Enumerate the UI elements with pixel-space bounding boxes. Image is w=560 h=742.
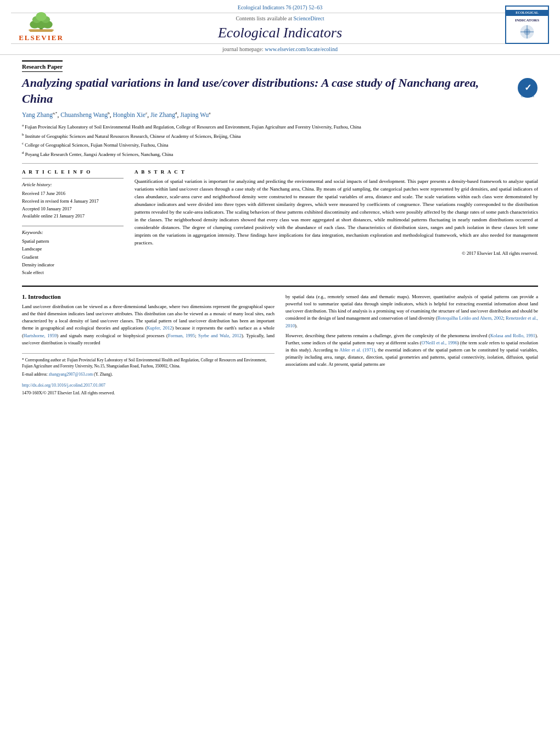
footnote-star: * Corresponding author at: Fujian Provin… bbox=[22, 357, 275, 370]
intro-left-text: Land use/cover distribution can be viewe… bbox=[22, 303, 275, 347]
email-link[interactable]: zhangyang2907@163.com bbox=[49, 372, 93, 377]
issn-line: 1470-160X/© 2017 Elsevier Ltd. All right… bbox=[22, 390, 275, 397]
keyword-3: Gradient bbox=[22, 253, 124, 261]
affiliation-d: d Poyang Lake Research Center, Jiangxi A… bbox=[22, 150, 538, 158]
badge-icon bbox=[516, 24, 538, 40]
revised-date: Received in revised form 4 January 2017 bbox=[22, 198, 124, 205]
footnotes-block: * Corresponding author at: Fujian Provin… bbox=[22, 353, 275, 397]
authors-line: Yang Zhanga,*, Chuansheng Wangb, Hongbin… bbox=[22, 111, 538, 118]
author-chuansheng-wang: Chuansheng Wang bbox=[60, 111, 108, 118]
badge-text1: ECOLOGICAL bbox=[506, 10, 548, 16]
sciencedirect-link[interactable]: ScienceDirect bbox=[293, 15, 324, 21]
keywords-title: Keywords: bbox=[22, 230, 124, 235]
abstract-text: Quantification of spatial variation is i… bbox=[135, 178, 538, 247]
keyword-4: Density indicator bbox=[22, 261, 124, 269]
keyword-2: Landscape bbox=[22, 245, 124, 253]
author-jie-zhang: Jie Zhang bbox=[150, 111, 175, 118]
affiliation-c: c College of Geographical Sciences, Fuji… bbox=[22, 141, 538, 149]
elsevier-brand-text: ELSEVIER bbox=[19, 34, 64, 42]
svg-rect-8 bbox=[30, 29, 52, 32]
journal-homepage: journal homepage: www.elsevier.com/locat… bbox=[11, 46, 549, 52]
main-content: Research Paper Analyzing spatial variati… bbox=[0, 55, 560, 408]
introduction-section: 1. Introduction Land use/cover distribut… bbox=[22, 286, 538, 397]
journal-title: Ecological Indicators bbox=[11, 25, 549, 41]
author-yang-zhang: Yang Zhang bbox=[22, 111, 53, 118]
doi-line: http://dx.doi.org/10.1016/j.ecolind.2017… bbox=[22, 382, 275, 389]
copyright-line: © 2017 Elsevier Ltd. All rights reserved… bbox=[135, 250, 538, 256]
footnote-email: E-mail address: zhangyang2907@163.com (Y… bbox=[22, 371, 275, 377]
affiliation-b: b Institute of Geographic Sciences and N… bbox=[22, 132, 538, 140]
affiliations-block: a Fujian Provincial Key Laboratory of So… bbox=[22, 122, 538, 158]
article-history-block: Article history: Received 17 June 2016 R… bbox=[22, 178, 124, 220]
author-jiaping-wu: Jiaping Wu bbox=[180, 111, 209, 118]
homepage-link[interactable]: www.elsevier.com/locate/ecolind bbox=[265, 46, 338, 52]
meta-line: Ecological Indicators 76 (2017) 52–63 bbox=[11, 4, 549, 10]
kupfer-link[interactable]: Kupfer, 2012 bbox=[147, 325, 172, 331]
svg-text:CrossMark: CrossMark bbox=[521, 94, 535, 98]
abstract-label: A B S T R A C T bbox=[135, 169, 538, 175]
abstract-column: A B S T R A C T Quantification of spatia… bbox=[135, 169, 538, 277]
botequilha-link[interactable]: Botequilha Leitão and Ahern, 2002 bbox=[438, 315, 503, 321]
crossmark-icon: ✓ CrossMark bbox=[517, 77, 538, 98]
keyword-1: Spatial pattern bbox=[22, 237, 124, 245]
online-date: Available online 21 January 2017 bbox=[22, 213, 124, 220]
intro-right-text: by spatial data (e.g., remotely sensed d… bbox=[285, 293, 538, 369]
doi-link[interactable]: http://dx.doi.org/10.1016/j.ecolind.2017… bbox=[22, 383, 105, 388]
affiliation-a: a Fujian Provincial Key Laboratory of So… bbox=[22, 122, 538, 131]
syrbe-link[interactable]: Syrbe and Walz, 2012 bbox=[198, 333, 242, 338]
svg-point-6 bbox=[36, 12, 47, 21]
author-hongbin-xie: Hongbin Xie bbox=[113, 111, 145, 118]
accepted-date: Accepted 10 January 2017 bbox=[22, 205, 124, 213]
elsevier-logo: ELSEVIER bbox=[11, 5, 71, 44]
ecological-indicators-badge: ECOLOGICAL INDICATORS bbox=[505, 5, 549, 44]
history-title: Article history: bbox=[22, 182, 124, 187]
intro-right-column: by spatial data (e.g., remotely sensed d… bbox=[285, 293, 538, 397]
article-info-label: A R T I C L E I N F O bbox=[22, 169, 124, 175]
contents-line: Contents lists available at ScienceDirec… bbox=[11, 15, 549, 21]
intro-left-column: 1. Introduction Land use/cover distribut… bbox=[22, 293, 275, 397]
intro-heading: 1. Introduction bbox=[22, 293, 275, 300]
forman-link[interactable]: Forman, 1995 bbox=[168, 333, 195, 338]
paper-title: Analyzing spatial variations in land use… bbox=[22, 75, 511, 107]
svg-text:✓: ✓ bbox=[524, 83, 531, 92]
article-info-column: A R T I C L E I N F O Article history: R… bbox=[22, 169, 124, 277]
paper-title-row: Analyzing spatial variations in land use… bbox=[22, 75, 538, 107]
journal-header: ELSEVIER Ecological Indicators 76 (2017)… bbox=[0, 0, 560, 55]
received-date: Received 17 June 2016 bbox=[22, 190, 124, 198]
oneill-link[interactable]: O'Neill et al., 1996 bbox=[422, 340, 457, 345]
badge-text2: INDICATORS bbox=[514, 17, 540, 24]
kolasa-link[interactable]: Kolasa and Rollo, 1991 bbox=[490, 333, 535, 338]
keywords-block: Keywords: Spatial pattern Landscape Grad… bbox=[22, 226, 124, 277]
paper-type: Research Paper bbox=[22, 60, 63, 72]
abler-link[interactable]: Abler et al. (1971) bbox=[339, 347, 375, 353]
article-info-abstract-section: A R T I C L E I N F O Article history: R… bbox=[22, 163, 538, 277]
keyword-5: Scale effect bbox=[22, 269, 124, 276]
hartshorne-link[interactable]: Hartshorne, 1959 bbox=[24, 333, 57, 338]
elsevier-tree-icon bbox=[22, 8, 60, 32]
